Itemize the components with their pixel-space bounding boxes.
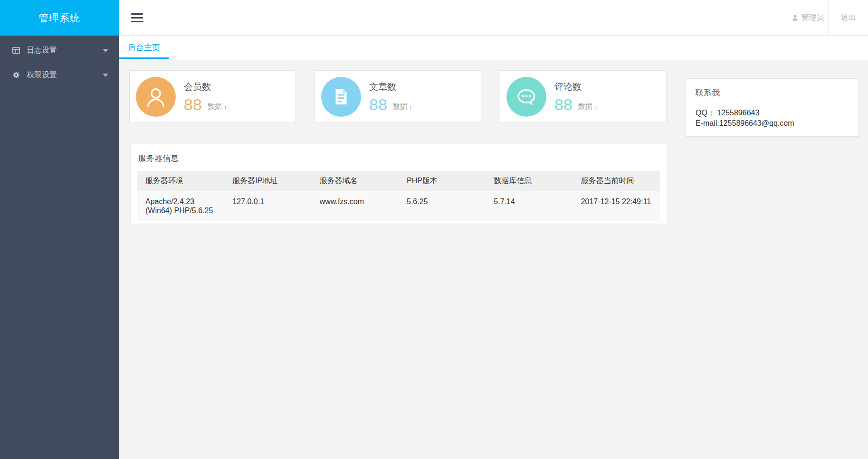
gear-icon xyxy=(12,71,20,79)
sidebar-item-log-settings[interactable]: 日志设置 xyxy=(0,38,119,63)
cell-php-version: 5.6.25 xyxy=(399,191,486,221)
articles-document-icon xyxy=(321,77,361,117)
stat-line: 88 数据 ↑ xyxy=(369,96,412,112)
contact-lines: QQ： 1255896643 E-mail:1255896643@qq.com xyxy=(696,108,849,129)
contact-title: 联系我 xyxy=(696,87,849,98)
sidebar-item-label: 日志设置 xyxy=(27,46,57,56)
cell-db-info: 5.7.14 xyxy=(486,191,572,221)
column-header: PHP版本 xyxy=(399,171,486,191)
members-user-icon xyxy=(136,77,176,117)
stat-cards-row: 会员数 88 数据 ↑ 文章数 xyxy=(129,70,667,123)
stat-value: 88 xyxy=(184,96,202,112)
stat-line: 88 数据 ↓ xyxy=(554,96,598,112)
table-header-row: 服务器环境 服务器IP地址 服务器域名 PHP版本 数据库信息 服务器当前时间 xyxy=(137,171,660,191)
stat-card-members: 会员数 88 数据 ↑ xyxy=(129,70,296,123)
log-icon xyxy=(12,46,20,55)
trend-up-icon: ↑ xyxy=(224,103,227,111)
stat-label: 数据 xyxy=(578,102,592,111)
sidebar-item-label: 权限设置 xyxy=(27,70,57,80)
column-header: 数据库信息 xyxy=(486,171,572,191)
menu-toggle-button[interactable] xyxy=(131,11,143,25)
main-content: 会员数 88 数据 ↑ 文章数 xyxy=(119,60,868,459)
topbar-right: 管理员 退出 xyxy=(787,0,868,35)
stat-card-comments: 评论数 88 数据 ↓ xyxy=(500,70,667,123)
stat-title: 评论数 xyxy=(554,81,598,93)
logout-button[interactable]: 退出 xyxy=(828,0,868,35)
user-menu[interactable]: 管理员 xyxy=(787,0,828,35)
topbar: 管理员 退出 xyxy=(119,0,868,36)
stat-body: 会员数 88 数据 ↑ xyxy=(184,81,227,112)
column-header: 服务器IP地址 xyxy=(224,171,311,191)
tab-bar: 后台主页 xyxy=(119,36,868,60)
stat-value: 88 xyxy=(369,96,387,112)
stat-line: 88 数据 ↑ xyxy=(184,96,227,112)
contact-qq: QQ： 1255896643 xyxy=(696,108,849,118)
chevron-down-icon xyxy=(103,74,108,77)
stat-label: 数据 xyxy=(208,102,222,111)
trend-down-icon: ↓ xyxy=(594,103,598,111)
cell-server-domain: www.fzs.com xyxy=(312,191,399,221)
server-info-table: 服务器环境 服务器IP地址 服务器域名 PHP版本 数据库信息 服务器当前时间 … xyxy=(137,171,660,221)
cell-server-time: 2017-12-15 22:49:11 xyxy=(573,191,660,221)
column-header: 服务器域名 xyxy=(312,171,399,191)
stat-card-articles: 文章数 88 数据 ↑ xyxy=(315,70,481,123)
server-panel-title: 服务器信息 xyxy=(138,153,660,164)
app-title: 管理系统 xyxy=(0,0,119,36)
sidebar-item-permission-settings[interactable]: 权限设置 xyxy=(0,63,119,87)
cell-server-env: Apache/2.4.23 (Win64) PHP/5.6.25 xyxy=(137,191,224,221)
stat-value: 88 xyxy=(554,96,572,112)
stat-title: 文章数 xyxy=(369,81,412,93)
stat-label: 数据 xyxy=(393,102,407,111)
contact-card: 联系我 QQ： 1255896643 E-mail:1255896643@qq.… xyxy=(686,78,859,137)
chevron-down-icon xyxy=(103,49,108,52)
column-header: 服务器环境 xyxy=(137,171,224,191)
stat-title: 会员数 xyxy=(184,81,227,93)
server-info-panel: 服务器信息 服务器环境 服务器IP地址 服务器域名 PHP版本 数据库信息 服务… xyxy=(130,144,667,224)
stat-body: 文章数 88 数据 ↑ xyxy=(369,81,412,112)
stat-body: 评论数 88 数据 ↓ xyxy=(554,81,598,112)
sidebar: 管理系统 日志设置 xyxy=(0,0,119,459)
cell-server-ip: 127.0.0.1 xyxy=(224,191,311,221)
contact-email: E-mail:1255896643@qq.com xyxy=(696,118,849,129)
trend-up-icon: ↑ xyxy=(409,103,412,111)
user-label: 管理员 xyxy=(801,13,824,23)
comments-bubble-icon xyxy=(506,77,546,117)
tab-home[interactable]: 后台主页 xyxy=(119,36,169,59)
user-icon xyxy=(792,14,799,21)
sidebar-menu: 日志设置 权限设 xyxy=(0,36,119,87)
table-row: Apache/2.4.23 (Win64) PHP/5.6.25 127.0.0… xyxy=(137,191,660,221)
logout-label: 退出 xyxy=(841,13,856,23)
column-header: 服务器当前时间 xyxy=(573,171,660,191)
